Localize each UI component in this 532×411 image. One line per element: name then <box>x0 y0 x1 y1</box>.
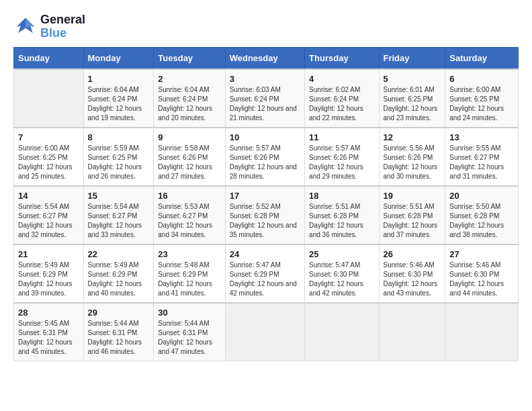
day-number: 10 <box>230 132 300 142</box>
day-info: Sunrise: 5:45 AM Sunset: 6:31 PM Dayligh… <box>18 319 79 357</box>
calendar-cell: 16 Sunrise: 5:53 AM Sunset: 6:27 PM Dayl… <box>154 186 225 244</box>
calendar-cell <box>379 303 445 361</box>
day-info: Sunrise: 6:04 AM Sunset: 6:24 PM Dayligh… <box>88 85 150 123</box>
day-info: Sunrise: 5:53 AM Sunset: 6:27 PM Dayligh… <box>158 202 220 240</box>
calendar-cell: 15 Sunrise: 5:54 AM Sunset: 6:27 PM Dayl… <box>83 186 154 244</box>
sunset-text: Sunset: 6:27 PM <box>18 212 68 220</box>
day-number: 22 <box>88 249 150 259</box>
day-info: Sunrise: 5:51 AM Sunset: 6:28 PM Dayligh… <box>384 202 441 240</box>
sunset-text: Sunset: 6:27 PM <box>449 154 499 161</box>
day-info: Sunrise: 5:47 AM Sunset: 6:30 PM Dayligh… <box>309 261 374 298</box>
day-number: 20 <box>449 191 514 201</box>
sunset-text: Sunset: 6:24 PM <box>230 95 279 103</box>
sunrise-text: Sunrise: 5:50 AM <box>449 203 500 210</box>
calendar-cell: 20 Sunrise: 5:50 AM Sunset: 6:28 PM Dayl… <box>445 186 519 244</box>
sunset-text: Sunset: 6:27 PM <box>158 212 208 220</box>
day-header: Wednesday <box>225 47 304 69</box>
calendar-cell: 17 Sunrise: 5:52 AM Sunset: 6:28 PM Dayl… <box>225 186 304 244</box>
sunrise-text: Sunrise: 5:54 AM <box>88 203 139 210</box>
sunrise-text: Sunrise: 5:48 AM <box>158 261 209 269</box>
daylight-text: Daylight: 12 hours and 25 minutes. <box>18 163 73 180</box>
daylight-text: Daylight: 12 hours and 47 minutes. <box>158 338 212 355</box>
day-header: Monday <box>83 47 154 69</box>
calendar-week: 28 Sunrise: 5:45 AM Sunset: 6:31 PM Dayl… <box>14 303 519 361</box>
daylight-text: Daylight: 12 hours and 32 minutes. <box>18 222 73 238</box>
calendar-cell: 25 Sunrise: 5:47 AM Sunset: 6:30 PM Dayl… <box>305 244 379 303</box>
day-info: Sunrise: 5:46 AM Sunset: 6:30 PM Dayligh… <box>384 261 441 298</box>
logo-text: General Blue <box>40 13 85 40</box>
sunset-text: Sunset: 6:29 PM <box>18 271 68 278</box>
day-number: 17 <box>230 191 300 201</box>
sunrise-text: Sunrise: 5:54 AM <box>18 203 69 210</box>
sunrise-text: Sunrise: 5:58 AM <box>158 144 209 152</box>
daylight-text: Daylight: 12 hours and 43 minutes. <box>384 280 438 297</box>
day-number: 29 <box>88 308 150 318</box>
sunrise-text: Sunrise: 5:55 AM <box>449 144 500 152</box>
day-number: 3 <box>230 74 300 84</box>
day-number: 25 <box>309 249 374 259</box>
sunset-text: Sunset: 6:30 PM <box>309 271 359 278</box>
day-number: 27 <box>449 249 514 259</box>
sunset-text: Sunset: 6:31 PM <box>18 329 68 336</box>
calendar-cell: 5 Sunrise: 6:01 AM Sunset: 6:25 PM Dayli… <box>379 69 445 128</box>
day-number: 1 <box>88 74 150 84</box>
day-info: Sunrise: 5:51 AM Sunset: 6:28 PM Dayligh… <box>309 202 374 240</box>
header: General Blue <box>13 13 519 40</box>
sunset-text: Sunset: 6:28 PM <box>384 212 433 220</box>
sunset-text: Sunset: 6:24 PM <box>88 95 138 103</box>
day-info: Sunrise: 6:04 AM Sunset: 6:24 PM Dayligh… <box>158 85 220 123</box>
sunrise-text: Sunrise: 5:46 AM <box>449 261 500 269</box>
sunset-text: Sunset: 6:29 PM <box>158 271 208 278</box>
day-header: Thursday <box>305 47 379 69</box>
day-info: Sunrise: 5:54 AM Sunset: 6:27 PM Dayligh… <box>18 202 79 240</box>
sunrise-text: Sunrise: 6:04 AM <box>158 86 209 93</box>
daylight-text: Daylight: 12 hours and 37 minutes. <box>384 222 438 238</box>
calendar-cell: 21 Sunrise: 5:49 AM Sunset: 6:29 PM Dayl… <box>14 244 84 303</box>
sunset-text: Sunset: 6:29 PM <box>230 271 279 278</box>
day-info: Sunrise: 5:56 AM Sunset: 6:26 PM Dayligh… <box>384 144 441 181</box>
day-info: Sunrise: 5:44 AM Sunset: 6:31 PM Dayligh… <box>158 319 220 357</box>
sunset-text: Sunset: 6:26 PM <box>384 154 433 161</box>
calendar-cell <box>225 303 304 361</box>
daylight-text: Daylight: 12 hours and 29 minutes. <box>309 163 363 180</box>
day-info: Sunrise: 5:44 AM Sunset: 6:31 PM Dayligh… <box>88 319 150 357</box>
daylight-text: Daylight: 12 hours and 30 minutes. <box>384 163 438 180</box>
day-number: 15 <box>88 191 150 201</box>
daylight-text: Daylight: 12 hours and 46 minutes. <box>88 338 142 355</box>
calendar-cell: 29 Sunrise: 5:44 AM Sunset: 6:31 PM Dayl… <box>83 303 154 361</box>
sunset-text: Sunset: 6:27 PM <box>88 212 138 220</box>
daylight-text: Daylight: 12 hours and 40 minutes. <box>88 280 142 297</box>
daylight-text: Daylight: 12 hours and 21 minutes. <box>230 105 297 122</box>
calendar-cell: 4 Sunrise: 6:02 AM Sunset: 6:24 PM Dayli… <box>305 69 379 128</box>
day-header: Saturday <box>445 47 519 69</box>
day-number: 28 <box>18 308 79 318</box>
sunset-text: Sunset: 6:26 PM <box>230 154 279 161</box>
day-number: 19 <box>384 191 441 201</box>
day-info: Sunrise: 6:02 AM Sunset: 6:24 PM Dayligh… <box>309 85 374 123</box>
daylight-text: Daylight: 12 hours and 24 minutes. <box>449 105 504 122</box>
sunrise-text: Sunrise: 5:49 AM <box>88 261 139 269</box>
daylight-text: Daylight: 12 hours and 44 minutes. <box>449 280 504 297</box>
calendar-cell: 11 Sunrise: 5:57 AM Sunset: 6:26 PM Dayl… <box>305 128 379 186</box>
day-info: Sunrise: 5:55 AM Sunset: 6:27 PM Dayligh… <box>449 144 514 181</box>
day-number: 6 <box>449 74 514 84</box>
sunrise-text: Sunrise: 5:47 AM <box>309 261 360 269</box>
logo: General Blue <box>13 13 85 40</box>
day-info: Sunrise: 5:49 AM Sunset: 6:29 PM Dayligh… <box>88 261 150 298</box>
daylight-text: Daylight: 12 hours and 23 minutes. <box>384 105 438 122</box>
calendar-week: 14 Sunrise: 5:54 AM Sunset: 6:27 PM Dayl… <box>14 186 519 244</box>
sunset-text: Sunset: 6:25 PM <box>18 154 68 161</box>
sunset-text: Sunset: 6:31 PM <box>158 329 208 336</box>
day-info: Sunrise: 5:52 AM Sunset: 6:28 PM Dayligh… <box>230 202 300 240</box>
day-number: 26 <box>384 249 441 259</box>
calendar-cell: 23 Sunrise: 5:48 AM Sunset: 6:29 PM Dayl… <box>154 244 225 303</box>
calendar-header: SundayMondayTuesdayWednesdayThursdayFrid… <box>14 47 519 69</box>
day-number: 21 <box>18 249 79 259</box>
daylight-text: Daylight: 12 hours and 35 minutes. <box>230 222 297 238</box>
day-info: Sunrise: 5:50 AM Sunset: 6:28 PM Dayligh… <box>449 202 514 240</box>
day-info: Sunrise: 5:54 AM Sunset: 6:27 PM Dayligh… <box>88 202 150 240</box>
daylight-text: Daylight: 12 hours and 20 minutes. <box>158 105 212 122</box>
daylight-text: Daylight: 12 hours and 31 minutes. <box>449 163 504 180</box>
sunrise-text: Sunrise: 5:47 AM <box>230 261 281 269</box>
sunrise-text: Sunrise: 5:57 AM <box>309 144 360 152</box>
